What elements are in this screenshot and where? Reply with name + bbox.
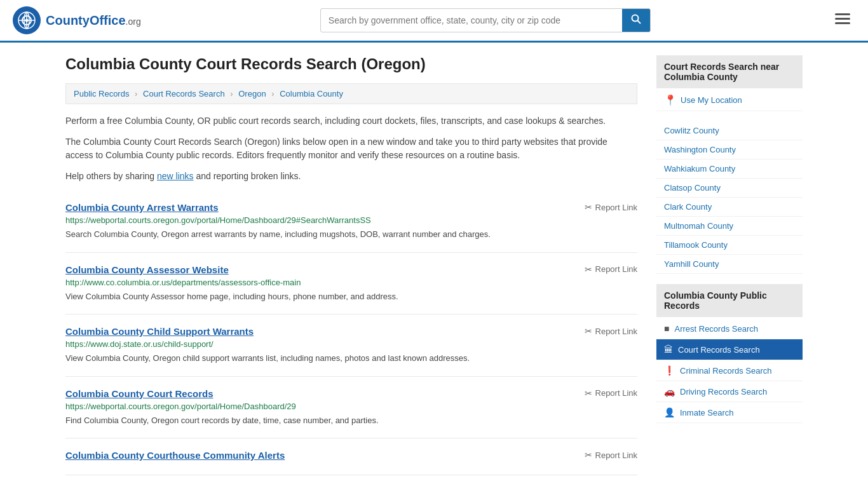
logo-icon [13, 6, 41, 34]
report-icon-1: ✂ [585, 264, 592, 274]
sidebar: Court Records Search near Columbia Count… [656, 55, 803, 475]
breadcrumb-sep-3: › [271, 89, 274, 98]
nearby-section-title: Court Records Search near Columbia Count… [656, 55, 803, 88]
nearby-counties-list: Cowlitz CountyWashington CountyWahkiakum… [656, 121, 803, 274]
result-header: Columbia County Child Support Warrants ✂… [65, 326, 637, 337]
description-2: The Columbia County Court Records Search… [65, 135, 637, 162]
report-link-2[interactable]: ✂ Report Link [585, 326, 637, 336]
public-record-item-3[interactable]: 🚗Driving Records Search [656, 381, 803, 402]
report-link-4[interactable]: ✂ Report Link [585, 450, 637, 460]
results-list: Columbia County Arrest Warrants ✂ Report… [65, 191, 637, 475]
result-url-3[interactable]: https://webportal.courts.oregon.gov/port… [65, 402, 637, 411]
logo-brand: CountyOffice [46, 13, 126, 27]
logo-text: CountyOffice.org [46, 13, 141, 28]
breadcrumb: Public Records › Court Records Search › … [65, 83, 637, 104]
nearby-county-2[interactable]: Wahkiakum County [656, 159, 803, 179]
use-my-location-link[interactable]: 📍 Use My Location [656, 90, 803, 111]
breadcrumb-public-records[interactable]: Public Records [74, 89, 129, 98]
report-icon-2: ✂ [585, 326, 592, 336]
main-layout: Columbia County Court Records Search (Or… [53, 43, 815, 475]
header: CountyOffice.org [0, 0, 868, 43]
breadcrumb-sep-2: › [230, 89, 233, 98]
public-record-item-1[interactable]: 🏛Court Records Search [656, 339, 803, 360]
use-my-location-label: Use My Location [681, 95, 742, 105]
description-1: Perform a free Columbia County, OR publi… [65, 114, 637, 128]
public-record-item-4[interactable]: 👤Inmate Search [656, 402, 803, 423]
result-header: Columbia County Court Records ✂ Report L… [65, 388, 637, 399]
nearby-links: 📍 Use My Location [656, 90, 803, 111]
result-title-2[interactable]: Columbia County Child Support Warrants [65, 326, 254, 337]
search-input[interactable] [321, 10, 622, 30]
report-link-0[interactable]: ✂ Report Link [585, 202, 637, 212]
result-item: Columbia County Court Records ✂ Report L… [65, 377, 637, 439]
result-desc-1: View Columbia County Assessor home page,… [65, 290, 637, 303]
report-icon-4: ✂ [585, 450, 592, 460]
report-icon-3: ✂ [585, 388, 592, 398]
result-item: Columbia County Courthouse Community Ale… [65, 438, 637, 475]
result-item: Columbia County Child Support Warrants ✂… [65, 315, 637, 377]
rec-icon-0: ■ [664, 323, 669, 334]
breadcrumb-court-records[interactable]: Court Records Search [143, 89, 225, 98]
rec-icon-1: 🏛 [664, 344, 673, 355]
rec-label-4: Inmate Search [680, 408, 734, 417]
rec-label-3: Driving Records Search [680, 387, 767, 396]
result-desc-0: Search Columbia County, Oregon arrest wa… [65, 228, 637, 241]
logo-area: CountyOffice.org [13, 6, 141, 34]
nearby-county-5[interactable]: Multnomah County [656, 217, 803, 236]
result-header: Columbia County Courthouse Community Ale… [65, 450, 637, 461]
result-item: Columbia County Assessor Website ✂ Repor… [65, 253, 637, 315]
rec-label-1: Court Records Search [678, 345, 760, 355]
description-3: Help others by sharing new links and rep… [65, 170, 637, 183]
public-records-list: ■Arrest Records Search🏛Court Records Sea… [656, 318, 803, 423]
nearby-county-7[interactable]: Yamhill County [656, 255, 803, 274]
page-title: Columbia County Court Records Search (Or… [65, 55, 637, 73]
desc3-suffix: and reporting broken links. [194, 171, 301, 181]
result-url-1[interactable]: http://www.co.columbia.or.us/departments… [65, 278, 637, 287]
logo-suffix: .org [126, 17, 141, 27]
result-url-2[interactable]: https://www.doj.state.or.us/child-suppor… [65, 339, 637, 349]
report-icon-0: ✂ [585, 202, 592, 212]
result-title-3[interactable]: Columbia County Court Records [65, 388, 214, 399]
svg-point-6 [632, 15, 638, 22]
content-area: Columbia County Court Records Search (Or… [65, 55, 637, 475]
result-item: Columbia County Arrest Warrants ✂ Report… [65, 191, 637, 253]
rec-icon-4: 👤 [664, 407, 675, 417]
location-icon: 📍 [664, 94, 677, 106]
result-title-1[interactable]: Columbia County Assessor Website [65, 264, 229, 275]
breadcrumb-columbia-county[interactable]: Columbia County [280, 89, 343, 98]
result-title-4[interactable]: Columbia County Courthouse Community Ale… [65, 450, 285, 461]
result-header: Columbia County Arrest Warrants ✂ Report… [65, 202, 637, 213]
nearby-county-6[interactable]: Tillamook County [656, 236, 803, 255]
nearby-county-1[interactable]: Washington County [656, 140, 803, 159]
rec-label-0: Arrest Records Search [674, 324, 758, 334]
nearby-county-4[interactable]: Clark County [656, 198, 803, 217]
report-link-1[interactable]: ✂ Report Link [585, 264, 637, 274]
svg-rect-9 [835, 18, 850, 20]
rec-label-2: Criminal Records Search [680, 366, 772, 376]
result-title-0[interactable]: Columbia County Arrest Warrants [65, 202, 219, 213]
result-desc-2: View Columbia County, Oregon child suppo… [65, 352, 637, 365]
breadcrumb-sep-1: › [135, 89, 137, 98]
report-link-3[interactable]: ✂ Report Link [585, 388, 637, 398]
svg-rect-10 [835, 22, 850, 24]
search-button[interactable] [622, 9, 650, 32]
nearby-county-3[interactable]: Clatsop County [656, 179, 803, 198]
search-bar [320, 8, 651, 32]
svg-rect-8 [835, 13, 850, 15]
menu-button[interactable] [830, 10, 855, 31]
desc3-prefix: Help others by sharing [65, 171, 157, 181]
public-record-item-0[interactable]: ■Arrest Records Search [656, 318, 803, 339]
rec-icon-2: ❗ [664, 365, 675, 376]
rec-icon-3: 🚗 [664, 386, 675, 396]
public-records-section-title: Columbia County Public Records [656, 284, 803, 317]
result-url-0[interactable]: https://webportal.courts.oregon.gov/port… [65, 215, 637, 225]
result-header: Columbia County Assessor Website ✂ Repor… [65, 264, 637, 275]
svg-point-5 [25, 19, 29, 22]
nearby-county-0[interactable]: Cowlitz County [656, 121, 803, 140]
public-record-item-2[interactable]: ❗Criminal Records Search [656, 360, 803, 381]
new-links-link[interactable]: new links [157, 171, 194, 181]
svg-line-7 [637, 21, 641, 24]
breadcrumb-oregon[interactable]: Oregon [238, 89, 266, 98]
result-desc-3: Find Columbia County, Oregon court recor… [65, 414, 637, 427]
